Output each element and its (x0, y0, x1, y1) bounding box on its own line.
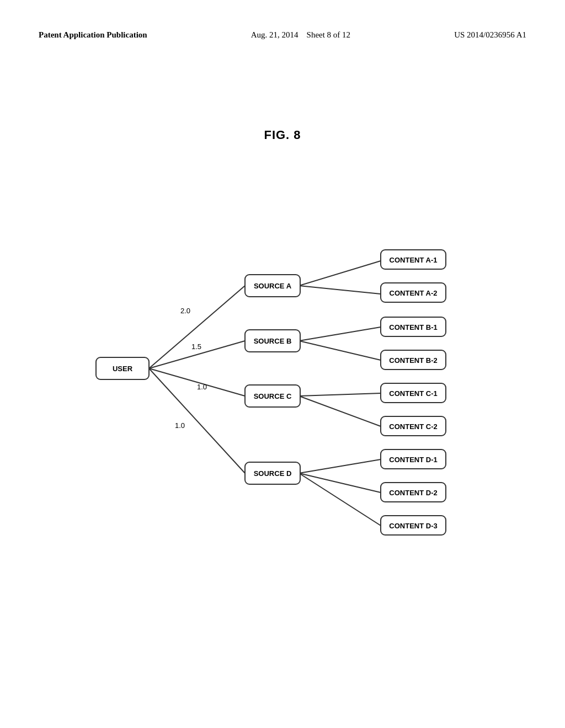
date-label: Aug. 21, 2014 (251, 30, 299, 39)
edge-label-1-0-d: 1.0 (175, 421, 185, 430)
patent-number: US 2014/0236956 A1 (454, 30, 526, 39)
diagram-container: USER SOURCE A SOURCE B SOURCE C SOURCE D… (0, 164, 565, 578)
line-user-source-c (149, 368, 245, 396)
node-content-a1-label: CONTENT A-1 (390, 256, 438, 264)
node-content-b1-label: CONTENT B-1 (389, 323, 437, 331)
node-content-d1-label: CONTENT D-1 (389, 456, 437, 464)
node-content-d3-label: CONTENT D-3 (389, 522, 437, 530)
node-source-a-label: SOURCE A (254, 282, 292, 290)
sheet-label: Sheet 8 of 12 (307, 30, 351, 39)
edge-label-1-5: 1.5 (191, 342, 201, 351)
page-header: Patent Application Publication Aug. 21, … (0, 0, 565, 40)
edge-label-1-0-c: 1.0 (197, 383, 207, 391)
header-left: Patent Application Publication (39, 30, 147, 40)
node-content-c1-label: CONTENT C-1 (389, 389, 437, 398)
node-source-d-label: SOURCE D (254, 469, 292, 478)
node-user-label: USER (113, 365, 133, 373)
diagram-svg: USER SOURCE A SOURCE B SOURCE C SOURCE D… (0, 164, 565, 578)
node-content-c2-label: CONTENT C-2 (389, 422, 437, 431)
line-sd-cd2 (299, 473, 381, 493)
node-content-d2-label: CONTENT D-2 (389, 489, 437, 497)
node-source-c-label: SOURCE C (254, 392, 292, 400)
line-sd-cd1 (299, 459, 381, 473)
line-sa-ca2 (299, 286, 381, 294)
node-content-a2-label: CONTENT A-2 (390, 289, 438, 297)
header-right: US 2014/0236956 A1 (454, 30, 526, 40)
line-user-source-a (149, 286, 245, 368)
line-sc-cc1 (299, 393, 381, 396)
line-sc-cc2 (299, 396, 381, 426)
line-sd-cd3 (299, 473, 381, 526)
node-source-b-label: SOURCE B (254, 337, 292, 345)
figure-title: FIG. 8 (0, 128, 565, 142)
publication-label: Patent Application Publication (39, 30, 147, 39)
node-content-b2-label: CONTENT B-2 (389, 356, 437, 365)
line-sa-ca1 (299, 261, 381, 286)
line-sb-cb1 (299, 327, 381, 341)
header-center: Aug. 21, 2014 Sheet 8 of 12 (251, 30, 350, 40)
line-sb-cb2 (299, 341, 381, 360)
edge-label-2-0: 2.0 (180, 307, 190, 315)
